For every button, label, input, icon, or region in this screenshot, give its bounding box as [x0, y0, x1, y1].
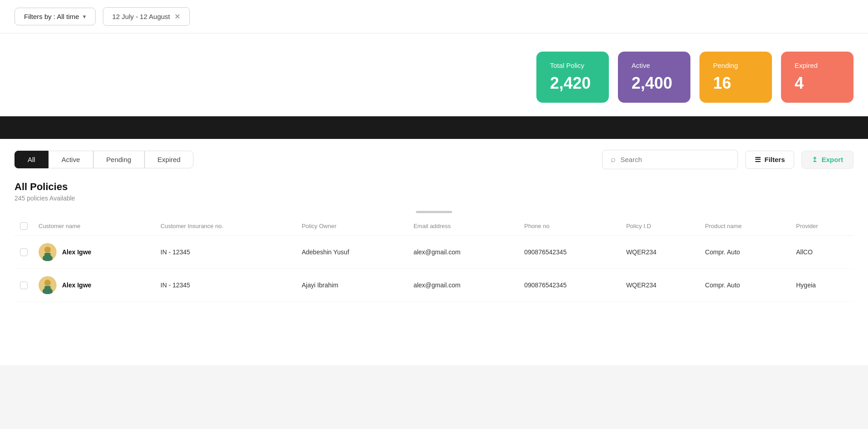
- svg-point-1: [44, 247, 51, 253]
- filter-lines-icon: ☰: [755, 156, 761, 164]
- stat-value-total: 2,420: [550, 74, 595, 93]
- filters-label: Filters: [764, 156, 785, 163]
- stat-card-total: Total Policy 2,420: [536, 52, 609, 103]
- search-input[interactable]: [620, 156, 729, 163]
- export-icon: ↥: [812, 156, 818, 164]
- col-customer-name: Customer name: [33, 217, 155, 236]
- row-insurance-0: IN - 12345: [155, 236, 296, 269]
- close-icon[interactable]: ✕: [174, 12, 180, 21]
- column-checkbox: [14, 217, 33, 236]
- tabs-group: All Active Pending Expired: [14, 151, 193, 168]
- stat-value-active: 2,400: [632, 74, 677, 93]
- row-checkbox-1: [14, 269, 33, 302]
- stat-label-total: Total Policy: [550, 62, 595, 69]
- stats-area: Total Policy 2,420 Active 2,400 Pending …: [0, 33, 868, 116]
- select-all-checkbox[interactable]: [20, 222, 28, 230]
- stat-label-pending: Pending: [713, 62, 758, 69]
- dark-divider: [0, 116, 868, 139]
- row-insurance-1: IN - 12345: [155, 269, 296, 302]
- search-box: ⌕: [602, 150, 738, 169]
- row-product-0: Compr. Auto: [699, 236, 791, 269]
- date-range-label: 12 July - 12 August: [112, 13, 170, 20]
- col-phone: Phone no: [519, 217, 621, 236]
- table-row: Alex Igwe IN - 12345 Adebeshin Yusuf ale…: [14, 236, 854, 269]
- export-button[interactable]: ↥ Export: [801, 151, 854, 169]
- export-label: Export: [821, 156, 843, 163]
- row-email-1: alex@gmail.com: [408, 269, 519, 302]
- scroll-indicator: [14, 211, 854, 213]
- row-provider-0: AllCO: [791, 236, 854, 269]
- row-checkbox-0: [14, 236, 33, 269]
- row-email-0: alex@gmail.com: [408, 236, 519, 269]
- row-provider-1: Hygeia: [791, 269, 854, 302]
- row-customer-name-1: Alex Igwe: [33, 269, 155, 302]
- stat-value-expired: 4: [795, 74, 840, 93]
- tab-bar: All Active Pending Expired ⌕ ☰ Filters ↥…: [14, 139, 854, 176]
- main-content: All Active Pending Expired ⌕ ☰ Filters ↥…: [0, 139, 868, 365]
- tab-actions: ⌕ ☰ Filters ↥ Export: [602, 150, 854, 169]
- svg-point-5: [44, 280, 51, 286]
- stat-card-expired: Expired 4: [781, 52, 854, 103]
- row-phone-0: 090876542345: [519, 236, 621, 269]
- tab-expired[interactable]: Expired: [145, 151, 194, 168]
- row-select-checkbox-1[interactable]: [20, 281, 28, 289]
- row-owner-0: Adebeshin Yusuf: [296, 236, 408, 269]
- row-select-checkbox-0[interactable]: [20, 248, 28, 256]
- filter-label: Filters by : All time: [24, 13, 79, 20]
- stat-label-expired: Expired: [795, 62, 840, 69]
- tab-active[interactable]: Active: [48, 151, 93, 168]
- stat-value-pending: 16: [713, 74, 758, 93]
- table-header: All Policies 245 policies Available: [14, 176, 854, 205]
- col-email: Email address: [408, 217, 519, 236]
- policy-table: Customer name Customer Insurance no. Pol…: [14, 217, 854, 302]
- table-subtitle: 245 policies Available: [14, 195, 854, 202]
- scroll-bar: [416, 211, 452, 213]
- col-policy-id: Policy I.D: [621, 217, 699, 236]
- tab-all[interactable]: All: [14, 151, 48, 168]
- filter-by-button[interactable]: Filters by : All time ▾: [14, 8, 96, 25]
- stat-label-active: Active: [632, 62, 677, 69]
- top-bar: Filters by : All time ▾ 12 July - 12 Aug…: [0, 0, 868, 33]
- row-phone-1: 090876542345: [519, 269, 621, 302]
- row-customer-name-0: Alex Igwe: [33, 236, 155, 269]
- row-owner-1: Ajayi Ibrahim: [296, 269, 408, 302]
- filters-button[interactable]: ☰ Filters: [745, 151, 794, 169]
- col-product-name: Product name: [699, 217, 791, 236]
- col-provider: Provider: [791, 217, 854, 236]
- row-policy-id-0: WQER234: [621, 236, 699, 269]
- col-insurance-no: Customer Insurance no.: [155, 217, 296, 236]
- chevron-down-icon: ▾: [83, 13, 86, 20]
- table-row: Alex Igwe IN - 12345 Ajayi Ibrahim alex@…: [14, 269, 854, 302]
- svg-rect-7: [44, 286, 51, 288]
- stat-card-pending: Pending 16: [699, 52, 772, 103]
- row-policy-id-1: WQER234: [621, 269, 699, 302]
- date-range-chip[interactable]: 12 July - 12 August ✕: [103, 7, 190, 26]
- svg-rect-3: [44, 253, 51, 255]
- stat-card-active: Active 2,400: [618, 52, 690, 103]
- row-product-1: Compr. Auto: [699, 269, 791, 302]
- table-title: All Policies: [14, 181, 854, 193]
- tab-pending[interactable]: Pending: [93, 151, 145, 168]
- search-icon: ⌕: [611, 155, 616, 164]
- col-policy-owner: Policy Owner: [296, 217, 408, 236]
